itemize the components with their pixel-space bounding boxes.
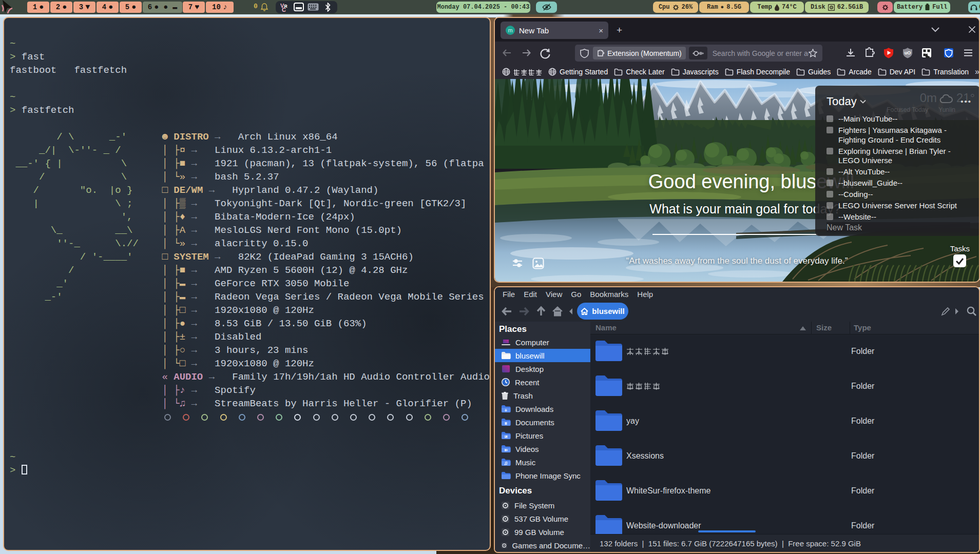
svg-text:m: m	[508, 27, 512, 33]
svg-text:uO: uO	[905, 50, 911, 55]
